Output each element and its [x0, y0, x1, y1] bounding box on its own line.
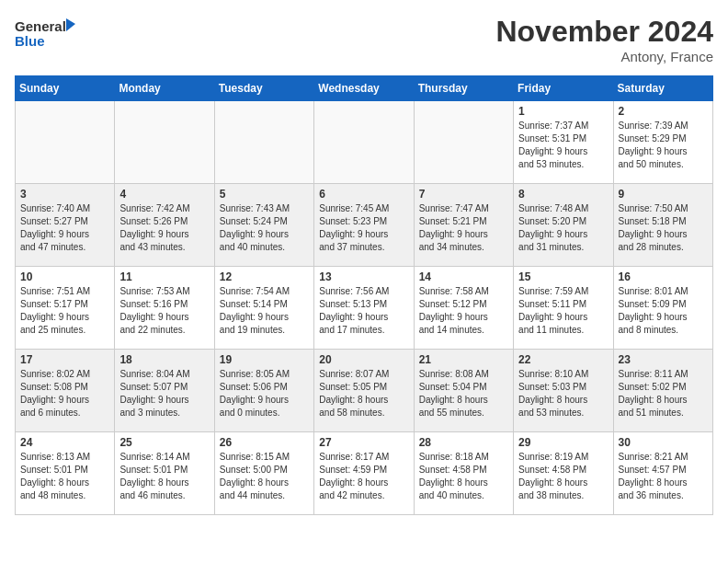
calendar-cell: 12Sunrise: 7:54 AM Sunset: 5:14 PM Dayli…	[214, 267, 313, 350]
day-info: Sunrise: 8:21 AM Sunset: 4:57 PM Dayligh…	[619, 451, 708, 502]
title-block: November 2024 Antony, France	[495, 15, 713, 64]
day-number: 11	[119, 270, 209, 283]
weekday-header: Thursday	[414, 76, 513, 101]
day-info: Sunrise: 8:19 AM Sunset: 4:58 PM Dayligh…	[518, 451, 608, 502]
calendar-cell: 2Sunrise: 7:39 AM Sunset: 5:29 PM Daylig…	[613, 101, 712, 184]
svg-text:Blue: Blue	[15, 33, 45, 49]
calendar-cell: 13Sunrise: 7:56 AM Sunset: 5:13 PM Dayli…	[314, 267, 414, 350]
calendar-cell: 10Sunrise: 7:51 AM Sunset: 5:17 PM Dayli…	[16, 267, 115, 350]
calendar-cell: 6Sunrise: 7:45 AM Sunset: 5:23 PM Daylig…	[314, 184, 414, 267]
month-title: November 2024	[495, 15, 713, 49]
day-info: Sunrise: 8:11 AM Sunset: 5:02 PM Dayligh…	[619, 368, 708, 419]
day-number: 1	[518, 105, 608, 118]
day-info: Sunrise: 8:01 AM Sunset: 5:09 PM Dayligh…	[619, 285, 708, 337]
day-number: 9	[619, 188, 708, 201]
day-number: 14	[419, 270, 508, 283]
calendar-cell: 20Sunrise: 8:07 AM Sunset: 5:05 PM Dayli…	[314, 350, 414, 432]
calendar-table: SundayMondayTuesdayWednesdayThursdayFrid…	[15, 75, 713, 515]
calendar-cell	[115, 101, 214, 184]
weekday-header: Saturday	[613, 76, 712, 101]
calendar-cell: 23Sunrise: 8:11 AM Sunset: 5:02 PM Dayli…	[613, 350, 712, 432]
svg-text:General: General	[15, 18, 66, 34]
weekday-header: Wednesday	[314, 76, 414, 101]
calendar-week-row: 1Sunrise: 7:37 AM Sunset: 5:31 PM Daylig…	[16, 101, 713, 184]
calendar-cell: 30Sunrise: 8:21 AM Sunset: 4:57 PM Dayli…	[613, 432, 712, 515]
day-info: Sunrise: 7:51 AM Sunset: 5:17 PM Dayligh…	[20, 285, 109, 337]
day-number: 5	[220, 188, 309, 201]
day-number: 19	[220, 353, 309, 366]
day-number: 16	[619, 270, 708, 283]
day-info: Sunrise: 7:43 AM Sunset: 5:24 PM Dayligh…	[220, 202, 309, 254]
day-number: 18	[119, 353, 209, 366]
calendar-cell: 11Sunrise: 7:53 AM Sunset: 5:16 PM Dayli…	[115, 267, 214, 350]
calendar-cell: 28Sunrise: 8:18 AM Sunset: 4:58 PM Dayli…	[414, 432, 513, 515]
day-number: 6	[319, 188, 408, 201]
day-number: 29	[518, 436, 608, 449]
day-info: Sunrise: 8:02 AM Sunset: 5:08 PM Dayligh…	[20, 368, 109, 419]
calendar-cell: 24Sunrise: 8:13 AM Sunset: 5:01 PM Dayli…	[16, 432, 115, 515]
calendar-cell: 26Sunrise: 8:15 AM Sunset: 5:00 PM Dayli…	[214, 432, 313, 515]
day-info: Sunrise: 7:37 AM Sunset: 5:31 PM Dayligh…	[518, 120, 608, 171]
calendar-week-row: 17Sunrise: 8:02 AM Sunset: 5:08 PM Dayli…	[16, 350, 713, 432]
calendar-cell: 25Sunrise: 8:14 AM Sunset: 5:01 PM Dayli…	[115, 432, 214, 515]
calendar-cell: 19Sunrise: 8:05 AM Sunset: 5:06 PM Dayli…	[214, 350, 313, 432]
calendar-cell: 8Sunrise: 7:48 AM Sunset: 5:20 PM Daylig…	[514, 184, 613, 267]
day-number: 4	[119, 188, 209, 201]
calendar-cell	[414, 101, 513, 184]
day-info: Sunrise: 8:15 AM Sunset: 5:00 PM Dayligh…	[220, 451, 309, 502]
day-info: Sunrise: 7:53 AM Sunset: 5:16 PM Dayligh…	[119, 285, 209, 337]
calendar-cell: 14Sunrise: 7:58 AM Sunset: 5:12 PM Dayli…	[414, 267, 513, 350]
day-number: 22	[518, 353, 608, 366]
calendar-cell: 9Sunrise: 7:50 AM Sunset: 5:18 PM Daylig…	[613, 184, 712, 267]
day-number: 7	[419, 188, 508, 201]
logo-svg: General Blue	[15, 15, 79, 55]
calendar-week-row: 10Sunrise: 7:51 AM Sunset: 5:17 PM Dayli…	[16, 267, 713, 350]
day-number: 13	[319, 270, 408, 283]
calendar-cell: 1Sunrise: 7:37 AM Sunset: 5:31 PM Daylig…	[514, 101, 613, 184]
day-info: Sunrise: 7:59 AM Sunset: 5:11 PM Dayligh…	[518, 285, 608, 337]
weekday-header-row: SundayMondayTuesdayWednesdayThursdayFrid…	[16, 76, 713, 101]
day-info: Sunrise: 8:18 AM Sunset: 4:58 PM Dayligh…	[419, 451, 508, 502]
calendar-cell: 3Sunrise: 7:40 AM Sunset: 5:27 PM Daylig…	[16, 184, 115, 267]
svg-marker-2	[66, 18, 75, 31]
weekday-header: Sunday	[16, 76, 115, 101]
day-number: 20	[319, 353, 408, 366]
calendar-cell	[16, 101, 115, 184]
day-number: 8	[518, 188, 608, 201]
calendar-cell: 4Sunrise: 7:42 AM Sunset: 5:26 PM Daylig…	[115, 184, 214, 267]
calendar-cell: 22Sunrise: 8:10 AM Sunset: 5:03 PM Dayli…	[514, 350, 613, 432]
day-info: Sunrise: 8:10 AM Sunset: 5:03 PM Dayligh…	[518, 368, 608, 419]
calendar-week-row: 3Sunrise: 7:40 AM Sunset: 5:27 PM Daylig…	[16, 184, 713, 267]
day-number: 17	[20, 353, 109, 366]
calendar-cell: 7Sunrise: 7:47 AM Sunset: 5:21 PM Daylig…	[414, 184, 513, 267]
day-number: 15	[518, 270, 608, 283]
calendar-cell: 29Sunrise: 8:19 AM Sunset: 4:58 PM Dayli…	[514, 432, 613, 515]
day-info: Sunrise: 7:56 AM Sunset: 5:13 PM Dayligh…	[319, 285, 408, 337]
day-number: 24	[20, 436, 109, 449]
day-number: 2	[619, 105, 708, 118]
day-number: 28	[419, 436, 508, 449]
calendar-week-row: 24Sunrise: 8:13 AM Sunset: 5:01 PM Dayli…	[16, 432, 713, 515]
calendar-cell: 18Sunrise: 8:04 AM Sunset: 5:07 PM Dayli…	[115, 350, 214, 432]
day-info: Sunrise: 7:48 AM Sunset: 5:20 PM Dayligh…	[518, 202, 608, 254]
calendar-cell: 17Sunrise: 8:02 AM Sunset: 5:08 PM Dayli…	[16, 350, 115, 432]
day-number: 26	[220, 436, 309, 449]
day-info: Sunrise: 7:54 AM Sunset: 5:14 PM Dayligh…	[220, 285, 309, 337]
day-info: Sunrise: 7:45 AM Sunset: 5:23 PM Dayligh…	[319, 202, 408, 254]
day-info: Sunrise: 7:58 AM Sunset: 5:12 PM Dayligh…	[419, 285, 508, 337]
day-number: 12	[220, 270, 309, 283]
day-number: 3	[20, 188, 109, 201]
day-info: Sunrise: 7:40 AM Sunset: 5:27 PM Dayligh…	[20, 202, 109, 254]
day-number: 10	[20, 270, 109, 283]
calendar-cell	[314, 101, 414, 184]
day-number: 27	[319, 436, 408, 449]
day-info: Sunrise: 8:13 AM Sunset: 5:01 PM Dayligh…	[20, 451, 109, 502]
calendar-cell: 16Sunrise: 8:01 AM Sunset: 5:09 PM Dayli…	[613, 267, 712, 350]
day-info: Sunrise: 8:08 AM Sunset: 5:04 PM Dayligh…	[419, 368, 508, 419]
calendar-cell: 5Sunrise: 7:43 AM Sunset: 5:24 PM Daylig…	[214, 184, 313, 267]
calendar-cell: 27Sunrise: 8:17 AM Sunset: 4:59 PM Dayli…	[314, 432, 414, 515]
day-number: 30	[619, 436, 708, 449]
calendar-cell: 21Sunrise: 8:08 AM Sunset: 5:04 PM Dayli…	[414, 350, 513, 432]
weekday-header: Monday	[115, 76, 214, 101]
logo: General Blue	[15, 15, 79, 55]
